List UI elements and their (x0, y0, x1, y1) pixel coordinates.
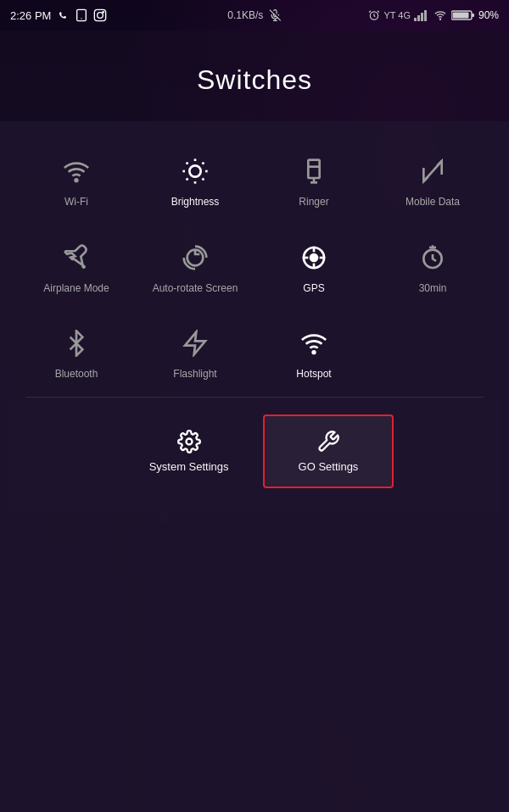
auto-rotate-icon (177, 240, 213, 275)
phone-icon (75, 8, 88, 22)
go-settings-icon (316, 430, 340, 453)
brightness-label: Brightness (171, 196, 220, 209)
switches-title: Switches (17, 64, 492, 96)
switches-row-1: Wi-Fi Brightness (8, 138, 501, 225)
status-center: 0.1KB/s (227, 9, 281, 22)
whatsapp-icon (56, 8, 70, 22)
hotspot-icon (296, 325, 332, 361)
svg-point-55 (310, 254, 317, 261)
switch-30min[interactable]: 30min (373, 225, 492, 311)
battery-icon (451, 9, 475, 21)
wifi-status-icon (433, 9, 448, 21)
svg-rect-31 (421, 13, 423, 21)
svg-line-51 (423, 161, 441, 181)
hotspot-label: Hotspot (296, 368, 331, 381)
network-type: YT 4G (383, 10, 411, 20)
svg-point-37 (76, 179, 78, 181)
svg-point-33 (439, 19, 440, 19)
flashlight-icon (177, 325, 213, 361)
status-bar: 2:26 PM 0.1KB/s (0, 0, 509, 31)
system-settings-label: System Settings (149, 460, 229, 473)
switch-ringer[interactable]: Ringer (255, 138, 373, 225)
switch-empty (373, 310, 492, 397)
svg-point-23 (98, 13, 103, 19)
svg-rect-36 (452, 13, 468, 19)
switch-hotspot[interactable]: Hotspot (255, 310, 373, 397)
signal-icon (414, 9, 429, 21)
system-settings-button[interactable]: System Settings (115, 416, 263, 487)
svg-line-45 (187, 178, 188, 180)
svg-rect-29 (414, 18, 417, 21)
airplane-icon (59, 240, 94, 275)
svg-line-46 (202, 163, 204, 164)
bluetooth-label: Bluetooth (55, 368, 98, 381)
mobile-data-label: Mobile Data (406, 196, 460, 209)
svg-point-21 (81, 18, 82, 19)
switch-auto-rotate[interactable]: Auto-rotate Screen (136, 225, 255, 311)
status-left: 2:26 PM (10, 8, 107, 22)
bottom-buttons: System Settings GO Settings (8, 398, 501, 514)
airplane-label: Airplane Mode (43, 282, 109, 296)
switches-title-area: Switches (0, 31, 509, 121)
wifi-label: Wi-Fi (64, 196, 88, 209)
switch-flashlight[interactable]: Flashlight (136, 310, 255, 397)
system-settings-icon (177, 430, 201, 453)
brightness-icon (177, 153, 213, 189)
svg-line-42 (202, 178, 204, 180)
ringer-icon (296, 153, 332, 189)
time-display: 2:26 PM (10, 9, 51, 22)
wifi-icon (59, 153, 94, 189)
alarm-icon (368, 9, 380, 21)
svg-point-24 (103, 12, 103, 13)
timer-icon (415, 240, 450, 275)
svg-rect-20 (77, 9, 87, 20)
svg-marker-62 (185, 332, 205, 355)
switch-gps[interactable]: GPS (255, 225, 373, 311)
svg-point-38 (189, 165, 200, 176)
gps-label: GPS (303, 282, 324, 296)
bluetooth-icon (59, 325, 94, 361)
auto-rotate-label: Auto-rotate Screen (153, 282, 238, 296)
switch-mobile-data[interactable]: Mobile Data (373, 138, 492, 225)
switches-row-2: Airplane Mode Auto-rotate Screen (8, 225, 501, 311)
svg-rect-47 (308, 160, 319, 178)
ringer-label: Ringer (299, 196, 328, 209)
switches-panel: Wi-Fi Brightness (0, 121, 509, 812)
switches-overlay: Switches Wi-Fi (0, 31, 509, 812)
switch-brightness[interactable]: Brightness (136, 138, 255, 225)
go-settings-button[interactable]: GO Settings (263, 414, 394, 488)
svg-rect-35 (472, 14, 474, 17)
gps-icon (296, 240, 332, 275)
switch-bluetooth[interactable]: Bluetooth (17, 310, 136, 397)
svg-rect-30 (417, 15, 420, 21)
status-right: YT 4G 90% (368, 9, 499, 21)
switch-airplane-mode[interactable]: Airplane Mode (17, 225, 136, 311)
switches-row-3: Bluetooth Flashlight (8, 310, 501, 397)
svg-line-41 (187, 163, 188, 164)
battery-percent: 90% (478, 9, 499, 21)
mobile-data-icon (415, 153, 450, 189)
go-settings-label: GO Settings (299, 460, 359, 473)
instagram-icon (93, 8, 107, 22)
svg-rect-32 (424, 10, 427, 21)
switch-wifi[interactable]: Wi-Fi (17, 138, 136, 225)
svg-rect-22 (95, 9, 106, 20)
svg-point-63 (313, 352, 316, 354)
mute-icon (270, 9, 282, 21)
flashlight-label: Flashlight (173, 368, 216, 381)
data-speed: 0.1KB/s (227, 9, 263, 21)
30min-label: 30min (419, 282, 447, 296)
